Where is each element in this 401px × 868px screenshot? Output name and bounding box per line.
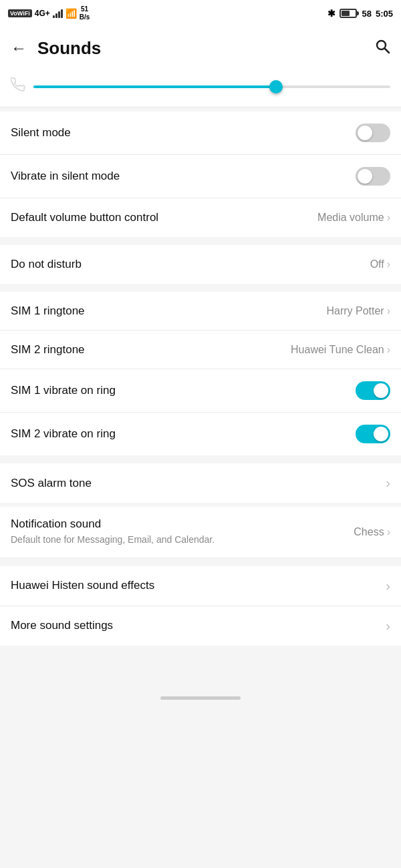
do-not-disturb-label: Do not disturb: [11, 258, 82, 271]
volume-button-value: Media volume ›: [317, 212, 390, 224]
chevron-icon: ›: [387, 344, 390, 356]
home-bar: [160, 696, 241, 700]
vibrate-silent-item[interactable]: Vibrate in silent mode: [0, 155, 401, 198]
silent-mode-item[interactable]: Silent mode: [0, 112, 401, 155]
back-button[interactable]: ←: [11, 39, 27, 57]
sim1-vibrate-label: SIM 1 vibrate on ring: [11, 384, 116, 397]
notification-sound-item[interactable]: Notification sound Default tone for Mess…: [0, 507, 401, 558]
svg-line-1: [385, 49, 390, 53]
dnd-group: Do not disturb Off ›: [0, 245, 401, 284]
sos-alarm-label: SOS alarm tone: [11, 477, 92, 490]
volume-slider[interactable]: [33, 80, 390, 93]
sim1-vibrate-toggle[interactable]: [356, 381, 390, 400]
basic-settings-group: Silent mode Vibrate in silent mode Defau…: [0, 112, 401, 237]
more-sound-item[interactable]: More sound settings ›: [0, 606, 401, 646]
vibrate-silent-toggle[interactable]: [356, 167, 390, 186]
bluetooth-icon: ✱: [327, 8, 336, 19]
status-right: ✱ 58 5:05: [327, 8, 394, 19]
battery-level: 58: [362, 9, 372, 19]
chevron-icon: ›: [387, 258, 390, 270]
notification-title: Notification sound: [11, 517, 343, 531]
network-type: 4G+: [35, 9, 50, 18]
do-not-disturb-value: Off ›: [370, 258, 390, 270]
chevron-icon: ›: [386, 475, 390, 491]
time-display: 5:05: [376, 9, 393, 19]
header-left: ← Sounds: [11, 38, 101, 59]
notification-text: Notification sound Default tone for Mess…: [11, 517, 343, 547]
volume-section: [0, 69, 401, 107]
section-gap-1: [0, 237, 401, 241]
sim2-ringtone-item[interactable]: SIM 2 ringtone Huawei Tune Clean ›: [0, 331, 401, 369]
volume-button-label: Default volume button control: [11, 211, 158, 224]
notification-group: Notification sound Default tone for Mess…: [0, 507, 401, 558]
header: ← Sounds: [0, 27, 401, 69]
vibrate-silent-label: Vibrate in silent mode: [11, 170, 120, 183]
phone-volume-icon: [11, 77, 25, 96]
signal-bars: [53, 9, 63, 18]
slider-thumb[interactable]: [269, 80, 283, 93]
sim1-ringtone-label: SIM 1 ringtone: [11, 304, 85, 318]
chevron-icon: ›: [387, 305, 390, 317]
do-not-disturb-item[interactable]: Do not disturb Off ›: [0, 245, 401, 284]
sos-alarm-item[interactable]: SOS alarm tone ›: [0, 463, 401, 503]
home-indicator: [0, 686, 401, 708]
sim2-vibrate-toggle[interactable]: [356, 425, 390, 443]
histen-label: Huawei Histen sound effects: [11, 579, 154, 592]
sos-group: SOS alarm tone ›: [0, 463, 401, 503]
volume-button-control-item[interactable]: Default volume button control Media volu…: [0, 198, 401, 237]
status-bar: VoWiFi 4G+ 📶 51B/s ✱ 58 5:05: [0, 0, 401, 27]
section-gap-3: [0, 455, 401, 459]
slider-fill: [33, 85, 276, 88]
sim-settings-group: SIM 1 ringtone Harry Potter › SIM 2 ring…: [0, 292, 401, 455]
battery-indicator: [340, 9, 357, 18]
sim2-ringtone-value: Huawei Tune Clean ›: [291, 344, 390, 356]
search-button[interactable]: [374, 38, 390, 58]
chevron-icon: ›: [387, 526, 390, 538]
notification-value: Chess ›: [354, 526, 390, 538]
vowifi-indicator: VoWiFi: [8, 9, 32, 17]
chevron-icon: ›: [387, 212, 390, 224]
sim2-ringtone-label: SIM 2 ringtone: [11, 343, 85, 357]
notification-subtitle: Default tone for Messaging, Email, and C…: [11, 533, 343, 547]
page-title: Sounds: [37, 38, 101, 59]
sim2-vibrate-item[interactable]: SIM 2 vibrate on ring: [0, 413, 401, 455]
more-sound-label: More sound settings: [11, 619, 113, 632]
section-gap-4: [0, 558, 401, 562]
chevron-icon: ›: [386, 578, 390, 594]
more-settings-group: Huawei Histen sound effects › More sound…: [0, 566, 401, 646]
status-left: VoWiFi 4G+ 📶 51B/s: [8, 5, 90, 21]
data-speed: 51B/s: [80, 5, 90, 21]
wifi-icon: 📶: [65, 8, 77, 19]
sim1-vibrate-item[interactable]: SIM 1 vibrate on ring: [0, 369, 401, 413]
sim2-vibrate-label: SIM 2 vibrate on ring: [11, 427, 116, 441]
sim1-ringtone-item[interactable]: SIM 1 ringtone Harry Potter ›: [0, 292, 401, 331]
chevron-icon: ›: [386, 618, 390, 634]
section-gap-2: [0, 284, 401, 288]
silent-mode-toggle[interactable]: [356, 124, 390, 142]
sim1-ringtone-value: Harry Potter ›: [326, 305, 390, 317]
bottom-spacer: [0, 646, 401, 686]
histen-sound-item[interactable]: Huawei Histen sound effects ›: [0, 566, 401, 606]
silent-mode-label: Silent mode: [11, 126, 71, 140]
